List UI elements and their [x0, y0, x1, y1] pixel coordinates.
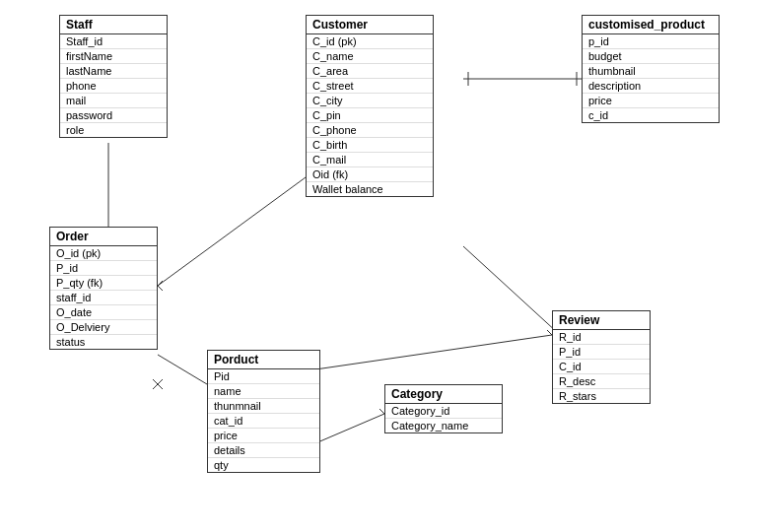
field-r-desc: R_desc [553, 374, 650, 389]
field-qty: qty [208, 458, 319, 472]
field-thunmnail: thunmnail [208, 399, 319, 414]
field-c-area: C_area [307, 64, 433, 79]
field-thumbnail: thumbnail [583, 64, 719, 79]
field-p-id: p_id [583, 34, 719, 49]
svg-line-2 [158, 177, 306, 286]
entity-staff-header: Staff [60, 16, 167, 34]
field-staff-id-fk: staff_id [50, 291, 157, 305]
entity-porduct-header: Porduct [208, 351, 319, 369]
field-staff-role: role [60, 123, 167, 137]
entity-customer-header: Customer [307, 16, 433, 34]
field-review-cid: C_id [553, 360, 650, 374]
field-staff-phone: phone [60, 79, 167, 94]
entity-review: Review R_id P_id C_id R_desc R_stars [552, 310, 651, 404]
svg-line-9 [153, 379, 163, 389]
field-details: details [208, 443, 319, 458]
field-status: status [50, 335, 157, 349]
svg-line-8 [158, 355, 207, 384]
field-c-street: C_street [307, 79, 433, 94]
field-order-pid: P_id [50, 261, 157, 276]
field-p-qty: P_qty (fk) [50, 276, 157, 291]
svg-line-10 [153, 379, 163, 389]
field-budget: budget [583, 49, 719, 64]
entity-category-header: Category [385, 385, 502, 404]
field-name: name [208, 384, 319, 399]
field-c-birth: C_birth [307, 138, 433, 153]
svg-line-13 [315, 335, 552, 369]
field-staff-firstname: firstName [60, 49, 167, 64]
field-c-name: C_name [307, 49, 433, 64]
field-r-id: R_id [553, 330, 650, 345]
field-pid: Pid [208, 369, 319, 384]
field-o-delivery: O_Delviery [50, 320, 157, 335]
field-review-pid: P_id [553, 345, 650, 360]
field-c-city: C_city [307, 94, 433, 108]
field-c-id-fk: c_id [583, 108, 719, 122]
field-category-id: Category_id [385, 404, 502, 419]
entity-staff: Staff Staff_id firstName lastName phone … [59, 15, 168, 138]
field-wallet-balance: Wallet balance [307, 182, 433, 196]
entity-category: Category Category_id Category_name [384, 384, 503, 433]
field-staff-mail: mail [60, 94, 167, 108]
entity-porduct: Porduct Pid name thunmnail cat_id price … [207, 350, 320, 473]
field-porduct-price: price [208, 429, 319, 443]
field-r-stars: R_stars [553, 389, 650, 403]
svg-line-11 [315, 414, 384, 443]
field-c-mail: C_mail [307, 153, 433, 167]
entity-order: Order O_id (pk) P_id P_qty (fk) staff_id… [49, 227, 158, 350]
field-staff-lastname: lastName [60, 64, 167, 79]
field-category-name: Category_name [385, 419, 502, 432]
field-cat-id: cat_id [208, 414, 319, 429]
field-staff-id: Staff_id [60, 34, 167, 49]
entity-customer: Customer C_id (pk) C_name C_area C_stree… [306, 15, 434, 197]
field-staff-password: password [60, 108, 167, 123]
field-c-phone: C_phone [307, 123, 433, 138]
diagram-container: Staff Staff_id firstName lastName phone … [0, 0, 757, 532]
entity-review-header: Review [553, 311, 650, 330]
field-c-id: C_id (pk) [307, 34, 433, 49]
field-description: description [583, 79, 719, 94]
field-o-date: O_date [50, 305, 157, 320]
field-c-pin: C_pin [307, 108, 433, 123]
field-oid-fk: Oid (fk) [307, 167, 433, 182]
field-price: price [583, 94, 719, 108]
entity-order-header: Order [50, 228, 157, 246]
field-o-id: O_id (pk) [50, 246, 157, 261]
entity-customised-product: customised_product p_id budget thumbnail… [582, 15, 720, 123]
entity-customised-product-header: customised_product [583, 16, 719, 34]
